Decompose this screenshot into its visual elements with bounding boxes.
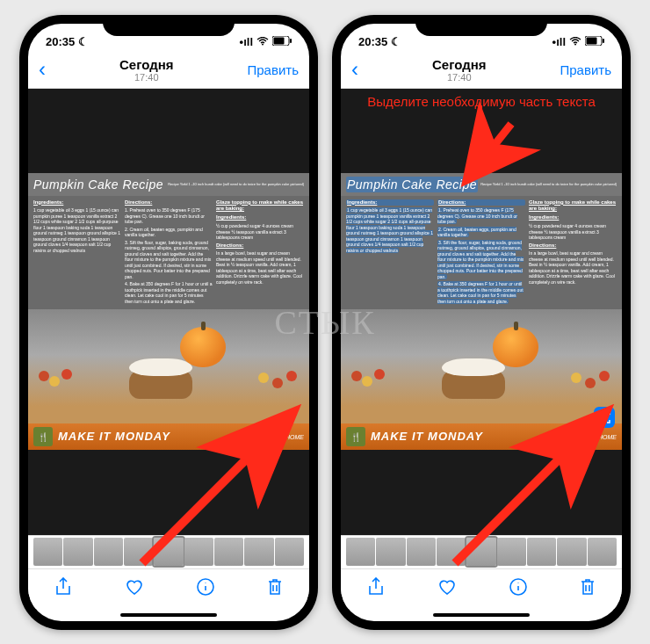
trash-icon[interactable] xyxy=(580,577,596,601)
svg-rect-3 xyxy=(290,39,292,43)
svg-rect-2 xyxy=(274,38,285,45)
thumbnail-selected[interactable] xyxy=(466,538,495,566)
battery-icon xyxy=(585,35,604,48)
signal-icon: •ıll xyxy=(552,35,566,48)
wifi-icon xyxy=(569,35,581,48)
ingredients-text: 1 cup vegetable oil 3 eggs 1 (15 ounce) … xyxy=(33,207,121,253)
directions-heading: Directions: xyxy=(125,199,213,206)
thumbnail[interactable] xyxy=(33,538,62,566)
photo-content[interactable]: Pumpkin Cake Recipe Recipe Yield 1 -10 i… xyxy=(28,89,309,535)
bottom-toolbar xyxy=(28,568,309,609)
banner: 🍴 MAKE IT MONDAY Celebrating HOME xyxy=(341,423,622,450)
thumbnail[interactable] xyxy=(214,538,243,566)
thumbnail[interactable] xyxy=(275,538,304,566)
photo-content[interactable]: Выделите необходимую часть текста Pumpki… xyxy=(341,89,622,535)
ingredients-text-selected[interactable]: 1 cup vegetable oil 3 eggs 1 (15 ounce) … xyxy=(346,207,433,253)
info-icon[interactable] xyxy=(509,578,527,600)
thumbnail[interactable] xyxy=(346,538,375,566)
svg-point-0 xyxy=(262,44,264,46)
thumbnail[interactable] xyxy=(437,538,466,566)
trash-icon[interactable] xyxy=(267,577,283,601)
thumbnail[interactable] xyxy=(244,538,273,566)
home-indicator[interactable] xyxy=(28,609,309,621)
thumbnail[interactable] xyxy=(497,538,526,566)
annotation-text: Выделите необходимую часть текста xyxy=(367,94,596,110)
svg-point-5 xyxy=(574,44,576,46)
recipe-card: Pumpkin Cake Recipe Recipe Yield 1 -10 i… xyxy=(341,173,622,451)
back-button[interactable]: ‹ xyxy=(351,57,358,82)
heart-icon[interactable] xyxy=(125,578,144,600)
ingredients-heading[interactable]: Ingredients: xyxy=(346,199,434,206)
thumbnail[interactable] xyxy=(94,538,123,566)
glaze-heading: Glaze topping to make while cakes are ba… xyxy=(529,199,617,213)
battery-icon xyxy=(272,35,292,48)
iphone-mockup-right: 20:35 ☾ •ıll ‹ Сегодня 17:40 Править Выд… xyxy=(332,15,631,630)
recipe-photo xyxy=(28,309,309,423)
utensils-icon: 🍴 xyxy=(33,427,53,446)
recipe-title[interactable]: Pumpkin Cake Recipe xyxy=(346,177,478,192)
thumbnail[interactable] xyxy=(63,538,92,566)
back-button[interactable]: ‹ xyxy=(39,57,46,82)
wifi-icon xyxy=(256,35,269,48)
nav-subtitle: 17:40 xyxy=(432,72,487,83)
bottom-toolbar xyxy=(341,568,622,609)
thumbnail[interactable] xyxy=(407,538,436,566)
directions-heading[interactable]: Directions: xyxy=(437,199,525,206)
nav-bar: ‹ Сегодня 17:40 Править xyxy=(341,55,622,89)
thumbnail[interactable] xyxy=(557,538,586,566)
nav-title: Сегодня xyxy=(432,57,487,72)
home-indicator[interactable] xyxy=(341,609,622,621)
cake-shape xyxy=(129,364,192,399)
recipe-photo xyxy=(341,309,622,423)
thumbnail-strip[interactable] xyxy=(28,535,309,568)
banner-subtitle: Celebrating HOME xyxy=(565,433,617,441)
iphone-mockup-left: 20:35 ☾ •ıll ‹ Сегодня 17:40 Править xyxy=(19,15,318,630)
edit-button[interactable]: Править xyxy=(560,62,612,77)
recipe-card: Pumpkin Cake Recipe Recipe Yield 1 -10 i… xyxy=(28,173,309,451)
status-time: 20:35 xyxy=(46,35,75,48)
nav-bar: ‹ Сегодня 17:40 Править xyxy=(28,55,309,89)
thumbnail[interactable] xyxy=(588,538,617,566)
banner-subtitle: Celebrating HOME xyxy=(252,433,304,441)
moon-icon: ☾ xyxy=(391,35,401,48)
nav-title: Сегодня xyxy=(119,57,174,72)
thumbnail[interactable] xyxy=(376,538,405,566)
cake-shape xyxy=(442,364,505,399)
info-icon[interactable] xyxy=(197,578,214,600)
thumbnail-strip[interactable] xyxy=(341,535,622,568)
nav-subtitle: 17:40 xyxy=(119,72,174,83)
recipe-yield: Recipe Yield 1 -10 inch bundt cake (will… xyxy=(168,182,304,186)
svg-rect-8 xyxy=(603,39,604,43)
notch xyxy=(103,15,235,36)
moon-icon: ☾ xyxy=(78,35,89,48)
status-time: 20:35 xyxy=(358,35,387,48)
live-text-icon[interactable] xyxy=(594,407,615,428)
thumbnail[interactable] xyxy=(124,538,153,566)
heart-icon[interactable] xyxy=(437,578,457,600)
edit-button[interactable]: Править xyxy=(248,62,300,77)
recipe-title: Pumpkin Cake Recipe xyxy=(33,177,163,192)
glaze-heading: Glaze topping to make while cakes are ba… xyxy=(216,199,304,213)
recipe-yield: Recipe Yield 1 -10 inch bundt cake (will… xyxy=(480,182,617,186)
ingredients-heading: Ingredients: xyxy=(33,199,121,206)
utensils-icon: 🍴 xyxy=(346,427,365,446)
notch xyxy=(415,15,547,36)
thumbnail[interactable] xyxy=(527,538,556,566)
share-icon[interactable] xyxy=(367,577,385,601)
signal-icon: •ıll xyxy=(240,35,253,48)
share-icon[interactable] xyxy=(54,577,72,601)
banner-text: MAKE IT MONDAY xyxy=(58,430,170,445)
banner: 🍴 MAKE IT MONDAY Celebrating HOME xyxy=(28,423,309,450)
thumbnail-selected[interactable] xyxy=(154,538,183,566)
thumbnail[interactable] xyxy=(184,538,213,566)
svg-rect-7 xyxy=(587,38,597,45)
banner-text: MAKE IT MONDAY xyxy=(371,430,483,445)
